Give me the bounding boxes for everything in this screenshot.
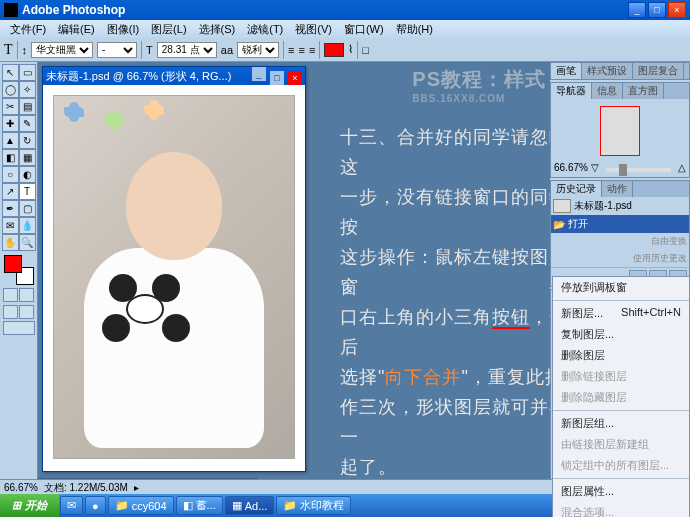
taskbar-item[interactable]: 📁 ccy604 (108, 496, 174, 515)
menu-layer[interactable]: 图层(L) (145, 22, 192, 37)
minimize-button[interactable]: _ (628, 2, 646, 18)
brush-tool[interactable]: ✎ (19, 115, 36, 132)
cm-new-layer[interactable]: 新图层...Shift+Ctrl+N (553, 303, 689, 324)
close-button[interactable]: × (668, 2, 686, 18)
cm-dup-layer[interactable]: 复制图层... (553, 324, 689, 345)
cm-lock-all: 锁定组中的所有图层... (553, 455, 689, 476)
notes-tool[interactable]: ✉ (2, 217, 19, 234)
document-canvas[interactable] (53, 95, 295, 459)
align-left-icon[interactable]: ≡ (288, 44, 294, 56)
folder-open-icon: 📂 (553, 219, 565, 230)
zoom-level[interactable]: 66.67% (4, 482, 38, 493)
maximize-button[interactable]: □ (648, 2, 666, 18)
zoom-tool[interactable]: 🔍 (19, 234, 36, 251)
navigator-panel: 导航器 信息 直方图 66.67% ▽ △ (550, 82, 690, 178)
slice-tool[interactable]: ▤ (19, 98, 36, 115)
doc-close-button[interactable]: × (288, 71, 302, 85)
orientation-icon[interactable]: ↕ (22, 44, 28, 56)
crop-tool[interactable]: ✂ (2, 98, 19, 115)
pen-tool[interactable]: ✒ (2, 200, 19, 217)
menu-view[interactable]: 视图(V) (289, 22, 338, 37)
menu-select[interactable]: 选择(S) (193, 22, 242, 37)
align-right-icon[interactable]: ≡ (309, 44, 315, 56)
app-title: Adobe Photoshop (22, 3, 628, 17)
document-window[interactable]: 未标题-1.psd @ 66.7% (形状 4, RG...) _ □ × (42, 66, 306, 472)
menu-filter[interactable]: 滤镜(T) (241, 22, 289, 37)
zoom-out-icon[interactable]: ▽ (591, 162, 599, 173)
history-step[interactable]: 📂 打开 (551, 215, 689, 233)
tab-layercomp[interactable]: 图层复合 (633, 63, 684, 79)
eraser-tool[interactable]: ◧ (2, 149, 19, 166)
blur-tool[interactable]: ○ (2, 166, 19, 183)
font-size-icon: T (146, 44, 153, 56)
stamp-tool[interactable]: ▲ (2, 132, 19, 149)
document-titlebar[interactable]: 未标题-1.psd @ 66.7% (形状 4, RG...) _ □ × (43, 67, 305, 85)
history-panel: 历史记录 动作 未标题-1.psd 📂 打开 自由变换 使用历史更改 (550, 180, 690, 287)
clover-shape-icon (144, 100, 166, 122)
instruction-text: 十三、合并好的同学请忽略这 一步，没有链接窗口的同学按 这步操作：鼠标左键按图层… (340, 122, 550, 482)
history-meta: 使用历史更改 (551, 250, 689, 267)
font-size-select[interactable]: 28.31 点 (157, 42, 217, 58)
cm-layer-props[interactable]: 图层属性... (553, 481, 689, 502)
eyedropper-tool[interactable]: 💧 (19, 217, 36, 234)
cm-del-linked: 删除链接图层 (553, 366, 689, 387)
healing-tool[interactable]: ✚ (2, 115, 19, 132)
status-flyout-icon[interactable]: ▸ (134, 482, 139, 493)
font-family-select[interactable]: 华文细黑 (31, 42, 93, 58)
magic-wand-tool[interactable]: ✧ (19, 81, 36, 98)
cm-dock[interactable]: 停放到调板窗 (553, 277, 689, 298)
start-button[interactable]: ⊞ 开始 (0, 494, 59, 517)
clover-shape-icon (104, 110, 126, 132)
foreground-color[interactable] (4, 255, 22, 273)
document-title: 未标题-1.psd @ 66.7% (形状 4, RG...) (46, 69, 251, 84)
menu-file[interactable]: 文件(F) (4, 22, 52, 37)
history-brush-tool[interactable]: ↻ (19, 132, 36, 149)
antialias-select[interactable]: 锐利 (237, 42, 279, 58)
align-center-icon[interactable]: ≡ (298, 44, 304, 56)
warp-text-icon[interactable]: ⌇ (348, 43, 353, 56)
navigator-thumbnail[interactable] (600, 106, 640, 156)
taskbar-item[interactable]: ◧ 蓄... (176, 496, 223, 515)
taskbar-item[interactable]: 📁 水印教程 (276, 496, 351, 515)
quicklaunch-icon[interactable]: ✉ (60, 496, 83, 515)
screen-mode-2[interactable] (19, 305, 34, 319)
text-color-swatch[interactable] (324, 43, 344, 57)
gradient-tool[interactable]: ▦ (19, 149, 36, 166)
cm-new-group[interactable]: 新图层组... (553, 413, 689, 434)
path-tool[interactable]: ↗ (2, 183, 19, 200)
tab-actions[interactable]: 动作 (602, 181, 633, 197)
quickmask-mode-icon[interactable] (19, 288, 34, 302)
doc-minimize-button[interactable]: _ (252, 67, 266, 81)
standard-mode-icon[interactable] (3, 288, 18, 302)
move-tool[interactable]: ↖ (2, 64, 19, 81)
tab-brushes[interactable]: 画笔 (551, 63, 582, 79)
menu-window[interactable]: 窗口(W) (338, 22, 390, 37)
tab-histogram[interactable]: 直方图 (623, 83, 664, 99)
tab-presets[interactable]: 样式预设 (582, 63, 633, 79)
font-style-select[interactable]: - (97, 42, 137, 58)
watermark: PS教程：样式 BBS.16XX8.COM (412, 66, 546, 104)
lasso-tool[interactable]: ◯ (2, 81, 19, 98)
history-snapshot[interactable]: 未标题-1.psd (551, 197, 689, 215)
taskbar-item[interactable]: ▦ Ad... (225, 496, 275, 515)
cm-del-layer[interactable]: 删除图层 (553, 345, 689, 366)
marquee-tool[interactable]: ▭ (19, 64, 36, 81)
zoom-slider[interactable] (606, 168, 671, 172)
zoom-in-icon[interactable]: △ (678, 162, 686, 173)
shape-tool[interactable]: ▢ (19, 200, 36, 217)
tab-navigator[interactable]: 导航器 (551, 83, 592, 99)
paragraph-panel-icon[interactable]: □ (362, 44, 369, 56)
menu-edit[interactable]: 编辑(E) (52, 22, 101, 37)
quicklaunch-icon[interactable]: ● (85, 496, 106, 515)
hand-tool[interactable]: ✋ (2, 234, 19, 251)
jump-to-icon[interactable] (3, 321, 35, 335)
screen-mode-1[interactable] (3, 305, 18, 319)
menu-image[interactable]: 图像(I) (101, 22, 145, 37)
doc-maximize-button[interactable]: □ (270, 71, 284, 85)
menu-help[interactable]: 帮助(H) (390, 22, 439, 37)
type-tool[interactable]: T (19, 183, 36, 200)
tab-info[interactable]: 信息 (592, 83, 623, 99)
color-wells[interactable] (4, 255, 34, 285)
tab-history[interactable]: 历史记录 (551, 181, 602, 197)
dodge-tool[interactable]: ◐ (19, 166, 36, 183)
